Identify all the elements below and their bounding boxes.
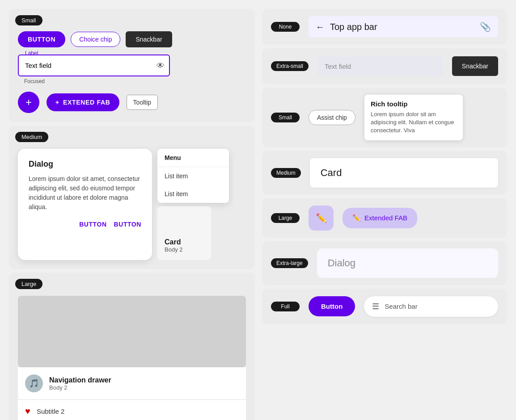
dialog-actions: BUTTON BUTTON xyxy=(29,221,141,228)
right-large-section: Large ✏️ ✏️ Extended FAB xyxy=(262,198,507,238)
large-section: Large 🎵 Navigation drawer Body 2 ♥ Subti… xyxy=(9,273,255,420)
back-icon[interactable]: ← xyxy=(316,22,325,32)
nav-drawer: 🎵 Navigation drawer Body 2 ♥ Subtitle 2 … xyxy=(18,367,246,420)
menu-header: Menu xyxy=(157,149,229,167)
right-panel: None ← Top app bar 📎 Extra-small Text fi… xyxy=(262,9,507,420)
right-card-title: Card xyxy=(321,167,487,179)
search-icon: ☰ xyxy=(372,302,379,311)
nav-drawer-info: Navigation drawer Body 2 xyxy=(49,376,111,391)
right-text-field[interactable]: Text field xyxy=(317,56,443,76)
small-row1: BUTTON Choice chip Snackbar xyxy=(18,31,246,47)
medium-badge: Medium xyxy=(15,132,48,142)
fab-extended[interactable]: + EXTENED FAB xyxy=(47,93,119,111)
fab-small[interactable]: + xyxy=(18,92,39,113)
right-search-bar[interactable]: ☰ Search bar xyxy=(364,296,498,317)
card-small-title: Card xyxy=(165,238,204,246)
right-fab-extended[interactable]: ✏️ Extended FAB xyxy=(343,208,417,228)
right-dialog-title: Dialog xyxy=(328,257,487,269)
right-extra-small-section: Extra-small Text field Snackbar xyxy=(262,48,507,84)
menu-card-wrapper: Menu List item List item Card Body 2 xyxy=(157,149,229,260)
right-card: Card xyxy=(310,158,498,188)
none-badge: None xyxy=(271,22,300,32)
dialog-button-1[interactable]: BUTTON xyxy=(79,221,106,228)
dialog-button-2[interactable]: BUTTON xyxy=(114,221,141,228)
choice-chip[interactable]: Choice chip xyxy=(71,32,120,47)
right-full-badge: Full xyxy=(271,302,300,311)
card-small-body: Body 2 xyxy=(165,246,204,253)
menu-item-2[interactable]: List item xyxy=(157,185,229,203)
right-snackbar: Snackbar xyxy=(452,56,498,76)
snackbar: Snackbar xyxy=(126,31,172,47)
fab-extended-icon: + xyxy=(55,99,59,106)
medium-section: Medium Dialog Lorem ipsum dolor sit amet… xyxy=(9,126,255,269)
fab-small-icon: + xyxy=(25,96,32,109)
right-medium-badge: Medium xyxy=(271,168,301,178)
dialog-box: Dialog Lorem ipsum dolor sit amet, conse… xyxy=(18,149,152,260)
small-badge: Small xyxy=(15,15,42,25)
right-medium-section: Medium Card xyxy=(262,151,507,195)
text-field-wrapper: Label 👁 xyxy=(18,55,170,76)
right-button[interactable]: Button xyxy=(309,296,355,316)
nav-avatar-icon: 🎵 xyxy=(29,378,39,388)
right-extra-large-section: Extra-large Dialog xyxy=(262,241,507,285)
attachment-icon[interactable]: 📎 xyxy=(480,21,491,32)
tooltip: Tooltip xyxy=(127,95,158,110)
top-app-bar-title: Top app bar xyxy=(330,22,377,32)
top-app-bar: ← Top app bar 📎 xyxy=(309,16,498,38)
button-filled[interactable]: BUTTON xyxy=(18,31,65,47)
medium-content: Dialog Lorem ipsum dolor sit amet, conse… xyxy=(18,149,246,260)
card-small: Card Body 2 xyxy=(157,206,211,260)
large-image xyxy=(18,296,246,367)
left-panel: Small BUTTON Choice chip Snackbar Label … xyxy=(9,9,255,420)
right-small-badge: Small xyxy=(271,113,300,122)
search-bar-label: Search bar xyxy=(385,302,417,310)
right-fab-small-icon: ✏️ xyxy=(316,213,327,223)
menu-box: Menu List item List item xyxy=(157,149,229,203)
right-large-badge: Large xyxy=(271,213,300,223)
heart-icon-1: ♥ xyxy=(25,406,30,416)
top-app-bar-left: ← Top app bar xyxy=(316,22,377,32)
rich-tooltip-title: Rich tooltip xyxy=(371,100,457,108)
right-none-section: None ← Top app bar 📎 xyxy=(262,9,507,45)
nav-list-item-1[interactable]: ♥ Subtitle 2 xyxy=(18,400,246,420)
dialog-body: Lorem ipsum dolor sit amet, consectetur … xyxy=(29,174,141,212)
nav-drawer-title: Navigation drawer xyxy=(49,376,111,384)
menu-item-1[interactable]: List item xyxy=(157,167,229,185)
right-fab-small[interactable]: ✏️ xyxy=(309,206,334,231)
right-extra-large-badge: Extra-large xyxy=(271,258,308,268)
extra-small-badge: Extra-small xyxy=(271,61,309,71)
assist-chip[interactable]: Assist chip xyxy=(309,110,355,125)
rich-tooltip: Rich tooltip Lorem ipsum dolor sit am ad… xyxy=(364,95,463,140)
text-field-input[interactable] xyxy=(18,55,170,76)
rich-tooltip-body: Lorem ipsum dolor sit am adipiscing elit… xyxy=(371,110,457,135)
nav-item-1-label: Subtitle 2 xyxy=(37,407,65,415)
nav-drawer-header: 🎵 Navigation drawer Body 2 xyxy=(18,367,246,399)
right-small-section: Small Assist chip Rich tooltip Lorem ips… xyxy=(262,88,507,147)
text-field-focused-label: Focused xyxy=(24,78,246,84)
right-dialog: Dialog xyxy=(317,248,498,278)
right-fab-extended-label: Extended FAB xyxy=(364,214,407,222)
right-fab-extended-icon: ✏️ xyxy=(352,214,361,222)
large-badge: Large xyxy=(15,279,42,289)
small-row2: + + EXTENED FAB Tooltip xyxy=(18,92,246,113)
fab-extended-label: EXTENED FAB xyxy=(63,99,110,106)
dialog-title: Dialog xyxy=(29,160,141,169)
eye-icon[interactable]: 👁 xyxy=(156,61,165,70)
right-full-section: Full Button ☰ Search bar xyxy=(262,289,507,324)
nav-avatar: 🎵 xyxy=(25,374,43,392)
text-field-label: Label xyxy=(23,50,40,56)
nav-drawer-subtitle: Body 2 xyxy=(49,384,111,391)
small-section: Small BUTTON Choice chip Snackbar Label … xyxy=(9,9,255,122)
